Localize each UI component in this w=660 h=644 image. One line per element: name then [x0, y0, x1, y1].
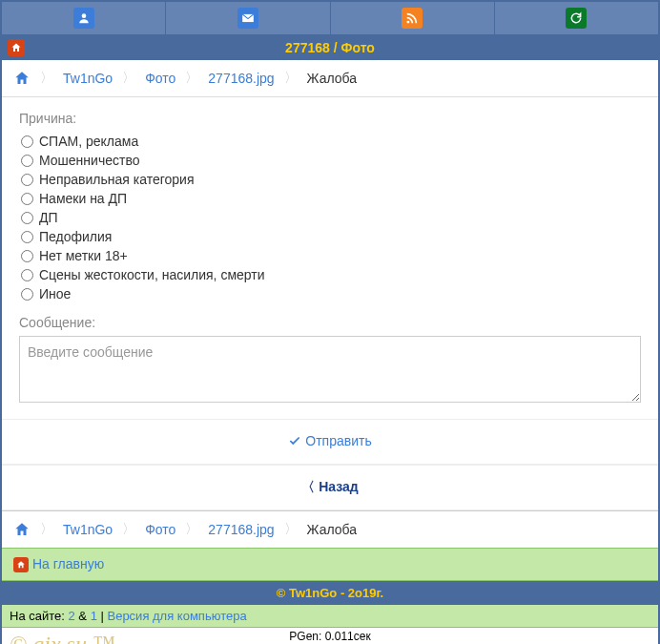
- mail-icon: [237, 8, 258, 29]
- footer-status: На сайте: 2 & 1 | Версия для компьютера: [2, 605, 658, 628]
- reason-label-text: Мошенничество: [39, 153, 139, 168]
- complaint-form: Причина: СПАМ, рекламаМошенничествоНепра…: [2, 97, 658, 419]
- title-bar: 277168 / Фото: [2, 35, 658, 60]
- home-icon: [10, 42, 22, 53]
- top-nav: [2, 2, 658, 35]
- reason-label-text: Сцены жестокости, насилия, смерти: [39, 267, 265, 282]
- reason-label-text: Нет метки 18+: [39, 248, 128, 263]
- reason-option[interactable]: Мошенничество: [21, 151, 641, 170]
- reason-option[interactable]: Нет метки 18+: [21, 246, 641, 265]
- breadcrumb-link[interactable]: 277168.jpg: [208, 522, 274, 537]
- footer-meta: © gix.su ™ PGen: 0.011сек © DCMS-Social: [2, 628, 658, 644]
- chevron-right-icon: 〉: [185, 521, 198, 538]
- nav-mail[interactable]: [166, 2, 330, 35]
- breadcrumb-top: 〉 Tw1nGo 〉 Фото 〉 277168.jpg 〉 Жалоба: [2, 60, 658, 97]
- home-icon: [13, 557, 29, 572]
- home-icon[interactable]: [13, 70, 31, 87]
- reason-radio[interactable]: [21, 135, 33, 148]
- chevron-right-icon: 〉: [40, 521, 53, 538]
- reason-label-text: Иное: [39, 286, 71, 301]
- chevron-left-icon: 〈: [301, 479, 319, 494]
- check-icon: [288, 434, 301, 450]
- svg-point-0: [81, 13, 86, 18]
- breadcrumb-link[interactable]: Фото: [145, 522, 175, 537]
- reason-radio[interactable]: [21, 288, 33, 301]
- page-title: 277168 / Фото: [285, 40, 375, 55]
- reason-radio[interactable]: [21, 155, 33, 167]
- chevron-right-icon: 〉: [40, 70, 53, 87]
- reason-option[interactable]: СПАМ, реклама: [21, 132, 641, 151]
- reason-radio[interactable]: [21, 250, 33, 262]
- nav-rss[interactable]: [331, 2, 495, 35]
- reason-radio[interactable]: [21, 193, 33, 205]
- reason-option[interactable]: Намеки на ДП: [21, 189, 641, 208]
- online-count-1[interactable]: 2: [69, 609, 75, 623]
- back-button[interactable]: 〈 Назад: [2, 465, 658, 510]
- breadcrumb-current: Жалоба: [307, 522, 357, 537]
- copyright: © Tw1nGo - 2о19г.: [2, 581, 658, 605]
- home-link-row: На главную: [2, 548, 658, 581]
- online-count-2[interactable]: 1: [91, 609, 97, 623]
- reason-option[interactable]: Педофилия: [21, 227, 641, 246]
- reason-radio[interactable]: [21, 231, 33, 243]
- reason-option[interactable]: Сцены жестокости, насилия, смерти: [21, 265, 641, 284]
- reason-radio[interactable]: [21, 269, 33, 281]
- chevron-right-icon: 〉: [122, 70, 135, 87]
- chevron-right-icon: 〉: [122, 521, 135, 538]
- breadcrumb-link[interactable]: Tw1nGo: [63, 71, 113, 86]
- online-label: На сайте:: [10, 609, 65, 623]
- chevron-right-icon: 〉: [185, 70, 198, 87]
- reason-radio[interactable]: [21, 212, 33, 224]
- breadcrumb-link[interactable]: Tw1nGo: [63, 522, 113, 537]
- reason-label-text: Неправильная категория: [39, 172, 194, 187]
- message-input[interactable]: [19, 336, 641, 403]
- reason-label: Причина:: [19, 111, 641, 126]
- watermark: © gix.su ™: [10, 632, 114, 644]
- reload-icon: [566, 8, 587, 29]
- user-icon: [73, 8, 94, 29]
- reason-list: СПАМ, рекламаМошенничествоНеправильная к…: [21, 132, 641, 303]
- reason-option[interactable]: Иное: [21, 284, 641, 303]
- nav-profile[interactable]: [2, 2, 166, 35]
- message-label: Сообщение:: [19, 315, 641, 330]
- reason-radio[interactable]: [21, 174, 33, 186]
- reason-label-text: Намеки на ДП: [39, 191, 127, 206]
- rss-icon: [402, 8, 423, 29]
- chevron-right-icon: 〉: [284, 521, 298, 538]
- reason-label-text: Педофилия: [39, 229, 112, 244]
- submit-label: Отправить: [305, 433, 371, 448]
- reason-label-text: ДП: [39, 210, 58, 225]
- breadcrumb-link[interactable]: Фото: [145, 71, 175, 86]
- submit-button[interactable]: Отправить: [2, 419, 658, 465]
- reason-label-text: СПАМ, реклама: [39, 134, 138, 149]
- breadcrumb-bottom: 〉 Tw1nGo 〉 Фото 〉 277168.jpg 〉 Жалоба: [2, 510, 658, 548]
- home-button[interactable]: [8, 39, 25, 56]
- reason-option[interactable]: Неправильная категория: [21, 170, 641, 189]
- breadcrumb-link[interactable]: 277168.jpg: [208, 71, 274, 86]
- svg-point-1: [407, 21, 410, 24]
- reason-option[interactable]: ДП: [21, 208, 641, 227]
- chevron-right-icon: 〉: [284, 70, 298, 87]
- home-icon[interactable]: [13, 521, 31, 538]
- nav-reload[interactable]: [495, 2, 658, 35]
- home-link[interactable]: На главную: [32, 556, 104, 571]
- back-label: Назад: [319, 479, 359, 494]
- desktop-version-link[interactable]: Версия для компьютера: [107, 609, 246, 623]
- breadcrumb-current: Жалоба: [307, 71, 357, 86]
